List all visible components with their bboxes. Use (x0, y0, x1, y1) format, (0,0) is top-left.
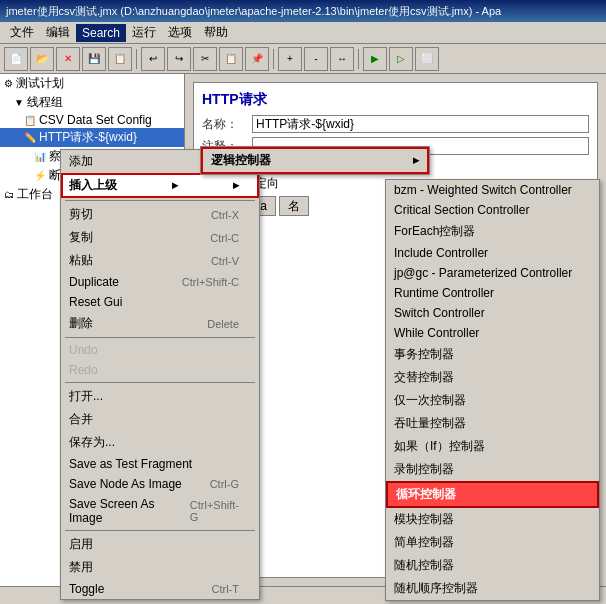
sub2-throughput[interactable]: 吞吐量控制器 (386, 412, 599, 435)
toolbar-close[interactable]: ✕ (56, 47, 80, 71)
toolbar-separator-3 (358, 49, 359, 69)
toolbar-expand[interactable]: + (278, 47, 302, 71)
ctx-merge-label: 合并 (69, 411, 93, 428)
toolbar-copy[interactable]: 📋 (219, 47, 243, 71)
toolbar-redo[interactable]: ↪ (167, 47, 191, 71)
ctx-saveas-label: 保存为... (69, 434, 115, 451)
ctx-save-node-image-shortcut: Ctrl-G (210, 478, 239, 490)
ctx-cut-shortcut: Ctrl-X (211, 209, 239, 221)
tree-icon-thread-group: ▼ (14, 97, 24, 108)
sub2-once[interactable]: 仅一次控制器 (386, 389, 599, 412)
tree-icon-view: 📊 (34, 151, 46, 162)
sub2-jpgc[interactable]: jp@gc - Parameterized Controller (386, 263, 599, 283)
menu-bar: 文件 编辑 Search 运行 选项 帮助 (0, 22, 606, 44)
sub2-recording[interactable]: 录制控制器 (386, 458, 599, 481)
toolbar-toggle1[interactable]: ↔ (330, 47, 354, 71)
sub2-while[interactable]: While Controller (386, 323, 599, 343)
sub2-transaction[interactable]: 事务控制器 (386, 343, 599, 366)
ctx-save-screen-image-shortcut: Ctrl+Shift-G (190, 499, 239, 523)
ctx-cut[interactable]: 剪切 Ctrl-X (61, 203, 259, 226)
ctx-disable[interactable]: 禁用 (61, 556, 259, 579)
menu-options[interactable]: 选项 (162, 22, 198, 43)
ctx-toggle-label: Toggle (69, 582, 104, 596)
sub2-runtime[interactable]: Runtime Controller (386, 283, 599, 303)
sub2-include[interactable]: Include Controller (386, 243, 599, 263)
ctx-save-node-image-label: Save Node As Image (69, 477, 182, 491)
toolbar-stop[interactable]: ⬜ (415, 47, 439, 71)
ctx-reset-gui[interactable]: Reset Gui (61, 292, 259, 312)
tree-label-http: HTTP请求-${wxid} (39, 129, 137, 146)
ctx-add-label: 添加 (69, 153, 93, 170)
sub2-loop[interactable]: 循环控制器 (386, 481, 599, 508)
ctx-toggle[interactable]: Toggle Ctrl-T (61, 579, 259, 599)
tree-icon-workbench: 🗂 (4, 189, 14, 200)
title-bar: jmeter使用csv测试.jmx (D:\anzhuangdao\jmeter… (0, 0, 606, 22)
ctx-sep-2 (65, 337, 255, 338)
sub2-random[interactable]: 随机控制器 (386, 554, 599, 577)
toolbar-saveas[interactable]: 📋 (108, 47, 132, 71)
toolbar-save[interactable]: 💾 (82, 47, 106, 71)
name-input[interactable] (252, 115, 589, 133)
tab-name[interactable]: 名 (279, 196, 309, 216)
ctx-enable[interactable]: 启用 (61, 533, 259, 556)
menu-edit[interactable]: 编辑 (40, 22, 76, 43)
ctx-redo-label: Redo (69, 363, 98, 377)
tree-icon-assert: ⚡ (34, 170, 46, 181)
toolbar-run[interactable]: ▶ (363, 47, 387, 71)
menu-search[interactable]: Search (76, 24, 126, 42)
submenu-insert-parent: 逻辑控制器 ▶ (200, 146, 430, 175)
ctx-merge[interactable]: 合并 (61, 408, 259, 431)
ctx-disable-label: 禁用 (69, 559, 93, 576)
sub2-bzm[interactable]: bzm - Weighted Switch Controller (386, 180, 599, 200)
ctx-save-screen-image[interactable]: Save Screen As Image Ctrl+Shift-G (61, 494, 259, 528)
ctx-copy-label: 复制 (69, 229, 93, 246)
toolbar-paste[interactable]: 📌 (245, 47, 269, 71)
ctx-undo[interactable]: Undo (61, 340, 259, 360)
ctx-sep-3 (65, 382, 255, 383)
context-menu: 添加 插入上级 ▶ 剪切 Ctrl-X 复制 Ctrl-C 粘贴 Ctrl-V … (60, 149, 260, 600)
toolbar-separator-1 (136, 49, 137, 69)
toolbar-cut[interactable]: ✂ (193, 47, 217, 71)
toolbar-collapse[interactable]: - (304, 47, 328, 71)
ctx-save-node-image[interactable]: Save Node As Image Ctrl-G (61, 474, 259, 494)
ctx-sep-4 (65, 530, 255, 531)
menu-file[interactable]: 文件 (4, 22, 40, 43)
tree-item-test-plan[interactable]: ⚙ 测试计划 (0, 74, 184, 93)
tree-label-workbench: 工作台 (17, 186, 53, 203)
ctx-redo[interactable]: Redo (61, 360, 259, 380)
sub2-random-order[interactable]: 随机顺序控制器 (386, 577, 599, 600)
ctx-insert-parent-label: 插入上级 (69, 177, 117, 194)
sub2-if[interactable]: 如果（If）控制器 (386, 435, 599, 458)
toolbar-new[interactable]: 📄 (4, 47, 28, 71)
ctx-paste-label: 粘贴 (69, 252, 93, 269)
sub2-foreach[interactable]: ForEach控制器 (386, 220, 599, 243)
sub2-module[interactable]: 模块控制器 (386, 508, 599, 531)
ctx-paste[interactable]: 粘贴 Ctrl-V (61, 249, 259, 272)
ctx-delete-shortcut: Delete (207, 318, 239, 330)
sub2-critical[interactable]: Critical Section Controller (386, 200, 599, 220)
ctx-saveas[interactable]: 保存为... (61, 431, 259, 454)
sub2-simple[interactable]: 简单控制器 (386, 531, 599, 554)
tree-icon-csv: 📋 (24, 115, 36, 126)
sub2-switch[interactable]: Switch Controller (386, 303, 599, 323)
menu-run[interactable]: 运行 (126, 22, 162, 43)
ctx-copy[interactable]: 复制 Ctrl-C (61, 226, 259, 249)
sub-item-logic-controllers[interactable]: 逻辑控制器 ▶ (201, 147, 429, 174)
sub2-interleave[interactable]: 交替控制器 (386, 366, 599, 389)
toolbar-run-no-pause[interactable]: ▷ (389, 47, 413, 71)
ctx-duplicate-shortcut: Ctrl+Shift-C (182, 276, 239, 288)
toolbar-undo[interactable]: ↩ (141, 47, 165, 71)
toolbar-separator-2 (273, 49, 274, 69)
toolbar-open[interactable]: 📂 (30, 47, 54, 71)
ctx-duplicate[interactable]: Duplicate Ctrl+Shift-C (61, 272, 259, 292)
tree-item-thread-group[interactable]: ▼ 线程组 (0, 93, 184, 112)
ctx-cut-label: 剪切 (69, 206, 93, 223)
ctx-delete[interactable]: 删除 Delete (61, 312, 259, 335)
tree-item-csv[interactable]: 📋 CSV Data Set Config (0, 112, 184, 128)
tree-item-http[interactable]: ✏️ HTTP请求-${wxid} (0, 128, 184, 147)
ctx-insert-parent[interactable]: 插入上级 ▶ (61, 173, 259, 198)
ctx-save-fragment[interactable]: Save as Test Fragment (61, 454, 259, 474)
ctx-open[interactable]: 打开... (61, 385, 259, 408)
tree-label-test-plan: 测试计划 (16, 75, 64, 92)
menu-help[interactable]: 帮助 (198, 22, 234, 43)
